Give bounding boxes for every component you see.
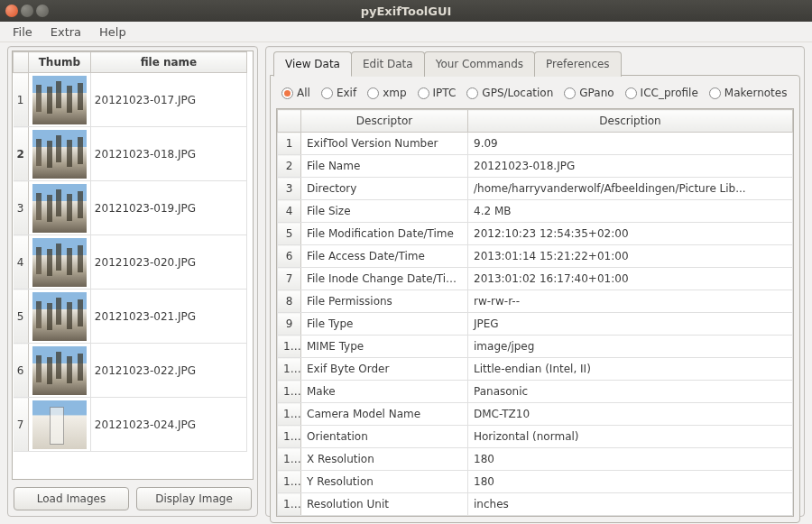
menu-file[interactable]: File — [4, 23, 42, 41]
data-row[interactable]: 14OrientationHorizontal (normal) — [278, 426, 793, 448]
menu-help[interactable]: Help — [90, 23, 135, 41]
file-name-cell: 20121023-021.JPG — [90, 290, 246, 344]
data-row-number: 5 — [278, 223, 301, 245]
data-description-cell: inches — [468, 493, 793, 516]
data-col-description[interactable]: Description — [468, 110, 793, 133]
file-row-number: 7 — [14, 398, 29, 452]
data-descriptor-cell: File Size — [301, 200, 468, 223]
file-name-cell: 20121023-018.JPG — [90, 127, 246, 181]
filter-radio-makernotes[interactable]: Makernotes — [709, 87, 788, 99]
thumbnail-image — [32, 346, 87, 395]
data-row-number: 10 — [278, 336, 301, 358]
filter-radio-all[interactable]: All — [281, 87, 310, 99]
data-row[interactable]: 10MIME Typeimage/jpeg — [278, 336, 793, 358]
data-descriptor-cell: ExifTool Version Number — [301, 133, 468, 155]
file-row-number: 6 — [14, 344, 29, 398]
file-row[interactable]: 220121023-018.JPG — [14, 127, 247, 181]
data-description-cell: 9.09 — [468, 133, 793, 155]
tab-prefs[interactable]: Preferences — [534, 51, 622, 77]
filter-radio-iptc[interactable]: IPTC — [418, 87, 457, 99]
tab-edit[interactable]: Edit Data — [351, 51, 425, 77]
data-description-cell: Panasonic — [468, 381, 793, 403]
data-row[interactable]: 8File Permissionsrw-rw-r-- — [278, 290, 793, 313]
menubar: File Extra Help — [0, 22, 812, 42]
filter-radio-exif[interactable]: Exif — [321, 87, 356, 99]
data-row[interactable]: 1ExifTool Version Number9.09 — [278, 133, 793, 155]
radio-icon — [321, 87, 333, 99]
data-row[interactable]: 4File Size4.2 MB — [278, 200, 793, 223]
data-description-cell: 20121023-018.JPG — [468, 155, 793, 178]
window-minimize-button[interactable] — [21, 5, 33, 17]
data-row[interactable]: 9File TypeJPEG — [278, 313, 793, 336]
tab-cmds[interactable]: Your Commands — [424, 51, 535, 77]
data-row[interactable]: 5File Modification Date/Time2012:10:23 1… — [278, 223, 793, 245]
data-descriptor-cell: File Permissions — [301, 290, 468, 313]
data-row-number: 14 — [278, 426, 301, 448]
data-row-number: 17 — [278, 493, 301, 516]
data-row-number: 4 — [278, 200, 301, 223]
data-table: Descriptor Description 1ExifTool Version… — [277, 109, 793, 516]
file-row[interactable]: 620121023-022.JPG — [14, 344, 247, 398]
window-maximize-button[interactable] — [36, 5, 49, 17]
data-row[interactable]: 3Directory/home/harryvanderwolf/Afbeeldi… — [278, 178, 793, 200]
data-row[interactable]: 12MakePanasonic — [278, 381, 793, 403]
file-table-scroll[interactable]: Thumb file name 120121023-017.JPG2201210… — [12, 51, 254, 480]
radio-icon — [281, 87, 293, 99]
thumbnail-image — [32, 292, 87, 341]
data-row[interactable]: 16Y Resolution180 — [278, 471, 793, 493]
file-row[interactable]: 320121023-019.JPG — [14, 181, 247, 235]
data-table-scroll[interactable]: Descriptor Description 1ExifTool Version… — [277, 109, 793, 516]
data-row[interactable]: 6File Access Date/Time2013:01:14 15:21:2… — [278, 245, 793, 268]
window-title: pyExifToolGUI — [0, 5, 812, 18]
data-descriptor-cell: File Modification Date/Time — [301, 223, 468, 245]
file-row[interactable]: 120121023-017.JPG — [14, 73, 247, 127]
file-row-number: 2 — [14, 127, 29, 181]
data-descriptor-cell: Directory — [301, 178, 468, 200]
filter-radio-gpano[interactable]: GPano — [564, 87, 614, 99]
radio-label: GPano — [579, 87, 614, 99]
tabbar: View DataEdit DataYour CommandsPreferenc… — [270, 51, 800, 76]
data-row[interactable]: 13Camera Model NameDMC-TZ10 — [278, 403, 793, 426]
file-name-cell: 20121023-019.JPG — [90, 181, 246, 235]
radio-icon — [466, 87, 478, 99]
data-descriptor-cell: File Type — [301, 313, 468, 336]
data-descriptor-cell: Orientation — [301, 426, 468, 448]
data-row-number: 3 — [278, 178, 301, 200]
file-row[interactable]: 720121023-024.JPG — [14, 398, 247, 452]
file-row-number: 5 — [14, 290, 29, 344]
data-row-number: 1 — [278, 133, 301, 155]
data-row[interactable]: 7File Inode Change Date/Time2013:01:02 1… — [278, 268, 793, 290]
load-images-button[interactable]: Load Images — [14, 487, 129, 510]
filter-radio-gps-location[interactable]: GPS/Location — [466, 87, 553, 99]
file-col-thumb[interactable]: Thumb — [28, 52, 90, 73]
thumbnail-image — [32, 400, 87, 449]
file-col-filename[interactable]: file name — [90, 52, 246, 73]
data-row-number: 9 — [278, 313, 301, 336]
window-close-button[interactable] — [5, 5, 18, 17]
menu-extra[interactable]: Extra — [42, 23, 90, 41]
tab-view[interactable]: View Data — [273, 51, 352, 77]
filter-radio-icc-profile[interactable]: ICC_profile — [625, 87, 698, 99]
filter-radio-xmp[interactable]: xmp — [367, 87, 406, 99]
data-row-number: 11 — [278, 358, 301, 381]
data-description-cell: Little-endian (Intel, II) — [468, 358, 793, 381]
thumbnail-image — [32, 130, 87, 179]
radio-label: Makernotes — [724, 87, 788, 99]
file-list-pane: Thumb file name 120121023-017.JPG2201210… — [7, 46, 258, 517]
data-col-descriptor[interactable]: Descriptor — [301, 110, 468, 133]
data-row[interactable]: 15X Resolution180 — [278, 448, 793, 471]
file-row[interactable]: 520121023-021.JPG — [14, 290, 247, 344]
data-description-cell: 2013:01:14 15:21:22+01:00 — [468, 245, 793, 268]
display-image-button[interactable]: Display Image — [136, 487, 252, 510]
data-description-cell: JPEG — [468, 313, 793, 336]
data-descriptor-cell: MIME Type — [301, 336, 468, 358]
file-row[interactable]: 420121023-020.JPG — [14, 235, 247, 290]
titlebar: pyExifToolGUI — [0, 0, 812, 22]
data-col-rownum[interactable] — [278, 110, 301, 133]
data-descriptor-cell: Make — [301, 381, 468, 403]
data-descriptor-cell: Camera Model Name — [301, 403, 468, 426]
data-row[interactable]: 11Exif Byte OrderLittle-endian (Intel, I… — [278, 358, 793, 381]
file-col-rownum[interactable] — [14, 52, 29, 73]
data-row[interactable]: 17Resolution Unitinches — [278, 493, 793, 516]
data-row[interactable]: 2File Name20121023-018.JPG — [278, 155, 793, 178]
